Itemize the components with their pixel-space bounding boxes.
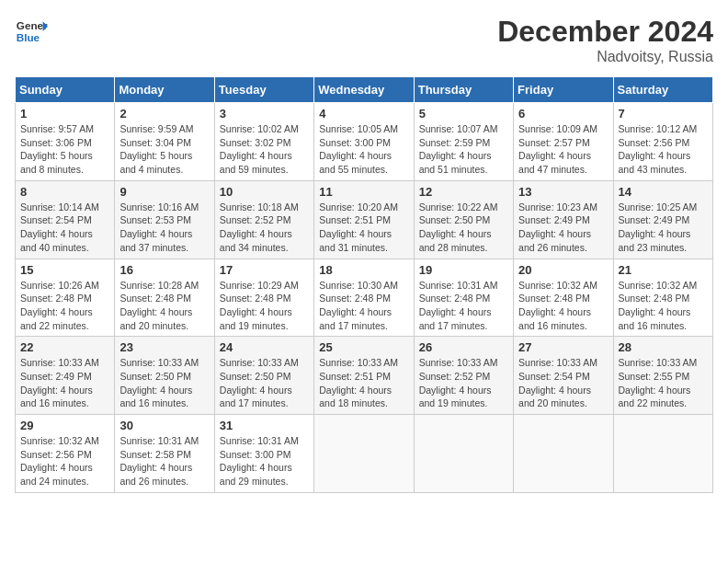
calendar-cell — [414, 415, 513, 493]
day-number: 12 — [419, 185, 508, 199]
day-info: Sunrise: 10:30 AM Sunset: 2:48 PM Daylig… — [319, 279, 408, 333]
day-info: Sunrise: 10:25 AM Sunset: 2:49 PM Daylig… — [619, 201, 708, 255]
day-info: Sunrise: 10:20 AM Sunset: 2:51 PM Daylig… — [319, 201, 408, 255]
day-number: 28 — [619, 340, 708, 354]
day-number: 27 — [518, 340, 608, 354]
day-number: 18 — [319, 263, 408, 277]
day-info: Sunrise: 9:57 AM Sunset: 3:06 PM Dayligh… — [20, 122, 109, 177]
calendar-cell: 2Sunrise: 9:59 AM Sunset: 3:04 PM Daylig… — [115, 103, 214, 181]
calendar-week-row: 15Sunrise: 10:26 AM Sunset: 2:48 PM Dayl… — [16, 259, 713, 337]
calendar-cell: 16Sunrise: 10:28 AM Sunset: 2:48 PM Dayl… — [115, 259, 214, 337]
calendar-cell: 29Sunrise: 10:32 AM Sunset: 2:56 PM Dayl… — [16, 415, 115, 493]
day-of-week-header: Sunday — [16, 77, 115, 103]
calendar-cell: 15Sunrise: 10:26 AM Sunset: 2:48 PM Dayl… — [16, 259, 115, 337]
calendar-cell: 28Sunrise: 10:33 AM Sunset: 2:55 PM Dayl… — [613, 337, 712, 415]
day-info: Sunrise: 10:32 AM Sunset: 2:48 PM Daylig… — [619, 279, 708, 333]
calendar-table: SundayMondayTuesdayWednesdayThursdayFrid… — [15, 76, 713, 493]
day-of-week-header: Monday — [115, 77, 214, 103]
day-number: 14 — [619, 185, 708, 199]
logo: General Blue — [15, 15, 48, 48]
day-number: 26 — [419, 340, 508, 354]
calendar-cell: 31Sunrise: 10:31 AM Sunset: 3:00 PM Dayl… — [214, 415, 313, 493]
day-of-week-header: Friday — [514, 77, 613, 103]
month-title: December 2024 — [497, 15, 713, 49]
day-of-week-header: Saturday — [613, 77, 712, 103]
calendar-cell: 10Sunrise: 10:18 AM Sunset: 2:52 PM Dayl… — [214, 180, 313, 259]
day-info: Sunrise: 10:33 AM Sunset: 2:52 PM Daylig… — [419, 356, 508, 410]
calendar-cell: 13Sunrise: 10:23 AM Sunset: 2:49 PM Dayl… — [514, 180, 613, 259]
day-info: Sunrise: 10:09 AM Sunset: 2:57 PM Daylig… — [518, 122, 608, 177]
day-info: Sunrise: 10:32 AM Sunset: 2:56 PM Daylig… — [20, 434, 109, 488]
calendar-cell: 14Sunrise: 10:25 AM Sunset: 2:49 PM Dayl… — [613, 180, 712, 259]
day-number: 11 — [319, 185, 408, 199]
day-info: Sunrise: 10:05 AM Sunset: 3:00 PM Daylig… — [319, 122, 408, 177]
location: Nadvoitsy, Russia — [497, 49, 713, 65]
calendar-cell: 17Sunrise: 10:29 AM Sunset: 2:48 PM Dayl… — [214, 259, 313, 337]
day-number: 25 — [319, 340, 408, 354]
calendar-cell: 26Sunrise: 10:33 AM Sunset: 2:52 PM Dayl… — [414, 337, 513, 415]
day-number: 8 — [20, 185, 109, 199]
day-info: Sunrise: 10:33 AM Sunset: 2:50 PM Daylig… — [220, 356, 309, 410]
day-info: Sunrise: 10:26 AM Sunset: 2:48 PM Daylig… — [20, 279, 109, 333]
day-info: Sunrise: 10:12 AM Sunset: 2:56 PM Daylig… — [619, 122, 708, 177]
day-number: 5 — [419, 107, 508, 121]
calendar-cell: 3Sunrise: 10:02 AM Sunset: 3:02 PM Dayli… — [214, 103, 313, 181]
day-of-week-header: Thursday — [414, 77, 513, 103]
day-number: 31 — [220, 419, 309, 432]
svg-text:Blue: Blue — [17, 31, 40, 43]
day-info: Sunrise: 10:31 AM Sunset: 3:00 PM Daylig… — [220, 434, 309, 488]
day-info: Sunrise: 10:16 AM Sunset: 2:53 PM Daylig… — [119, 201, 209, 255]
day-of-week-header: Wednesday — [314, 77, 414, 103]
day-number: 7 — [619, 107, 708, 121]
day-info: Sunrise: 10:23 AM Sunset: 2:49 PM Daylig… — [518, 201, 608, 255]
calendar-cell: 18Sunrise: 10:30 AM Sunset: 2:48 PM Dayl… — [314, 259, 414, 337]
day-of-week-header: Tuesday — [214, 77, 313, 103]
calendar-header-row: SundayMondayTuesdayWednesdayThursdayFrid… — [16, 77, 713, 103]
calendar-cell: 30Sunrise: 10:31 AM Sunset: 2:58 PM Dayl… — [115, 415, 214, 493]
calendar-cell: 27Sunrise: 10:33 AM Sunset: 2:54 PM Dayl… — [514, 337, 613, 415]
day-info: Sunrise: 10:33 AM Sunset: 2:51 PM Daylig… — [319, 356, 408, 410]
day-number: 9 — [119, 185, 209, 199]
day-info: Sunrise: 9:59 AM Sunset: 3:04 PM Dayligh… — [119, 122, 209, 177]
day-number: 2 — [119, 107, 209, 121]
day-number: 24 — [220, 340, 309, 354]
calendar-week-row: 1Sunrise: 9:57 AM Sunset: 3:06 PM Daylig… — [16, 103, 713, 181]
calendar-cell: 8Sunrise: 10:14 AM Sunset: 2:54 PM Dayli… — [16, 180, 115, 259]
calendar-cell: 20Sunrise: 10:32 AM Sunset: 2:48 PM Dayl… — [514, 259, 613, 337]
calendar-cell: 4Sunrise: 10:05 AM Sunset: 3:00 PM Dayli… — [314, 103, 414, 181]
calendar-cell: 25Sunrise: 10:33 AM Sunset: 2:51 PM Dayl… — [314, 337, 414, 415]
day-number: 10 — [220, 185, 309, 199]
calendar-cell: 1Sunrise: 9:57 AM Sunset: 3:06 PM Daylig… — [16, 103, 115, 181]
calendar-cell: 5Sunrise: 10:07 AM Sunset: 2:59 PM Dayli… — [414, 103, 513, 181]
day-number: 15 — [20, 263, 109, 277]
calendar-cell: 21Sunrise: 10:32 AM Sunset: 2:48 PM Dayl… — [613, 259, 712, 337]
day-number: 16 — [119, 263, 209, 277]
day-info: Sunrise: 10:02 AM Sunset: 3:02 PM Daylig… — [220, 122, 309, 177]
day-info: Sunrise: 10:07 AM Sunset: 2:59 PM Daylig… — [419, 122, 508, 177]
calendar-week-row: 8Sunrise: 10:14 AM Sunset: 2:54 PM Dayli… — [16, 180, 713, 259]
day-info: Sunrise: 10:33 AM Sunset: 2:49 PM Daylig… — [20, 356, 109, 410]
day-info: Sunrise: 10:33 AM Sunset: 2:50 PM Daylig… — [119, 356, 209, 410]
day-number: 4 — [319, 107, 408, 121]
logo-icon: General Blue — [15, 15, 48, 48]
calendar-cell — [613, 415, 712, 493]
day-number: 21 — [619, 263, 708, 277]
calendar-cell: 7Sunrise: 10:12 AM Sunset: 2:56 PM Dayli… — [613, 103, 712, 181]
day-number: 29 — [20, 419, 109, 432]
day-number: 13 — [518, 185, 608, 199]
day-info: Sunrise: 10:28 AM Sunset: 2:48 PM Daylig… — [119, 279, 209, 333]
day-number: 3 — [220, 107, 309, 121]
day-info: Sunrise: 10:31 AM Sunset: 2:48 PM Daylig… — [419, 279, 508, 333]
day-info: Sunrise: 10:33 AM Sunset: 2:54 PM Daylig… — [518, 356, 608, 410]
day-number: 17 — [220, 263, 309, 277]
calendar-cell: 11Sunrise: 10:20 AM Sunset: 2:51 PM Dayl… — [314, 180, 414, 259]
title-block: December 2024 Nadvoitsy, Russia — [497, 15, 713, 65]
calendar-cell — [314, 415, 414, 493]
day-info: Sunrise: 10:14 AM Sunset: 2:54 PM Daylig… — [20, 201, 109, 255]
day-number: 23 — [119, 340, 209, 354]
day-number: 30 — [119, 419, 209, 432]
day-info: Sunrise: 10:33 AM Sunset: 2:55 PM Daylig… — [619, 356, 708, 410]
day-number: 22 — [20, 340, 109, 354]
day-number: 19 — [419, 263, 508, 277]
day-info: Sunrise: 10:18 AM Sunset: 2:52 PM Daylig… — [220, 201, 309, 255]
